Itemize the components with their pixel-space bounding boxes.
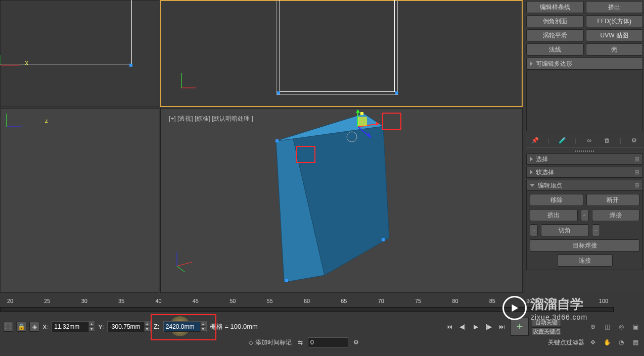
nav-icon[interactable]: ✥: [587, 337, 599, 348]
time-config-icon[interactable]: ⚙: [350, 337, 361, 348]
nav-zoom-icon[interactable]: ◫: [602, 321, 613, 332]
vertex-connect-button[interactable]: 连接: [557, 255, 613, 267]
svg-marker-13: [356, 110, 360, 113]
make-unique-icon[interactable]: ∞: [584, 135, 594, 145]
svg-marker-15: [367, 133, 371, 138]
axis-gizmo-icon: [178, 71, 199, 91]
rollout-title: 选择: [536, 155, 548, 164]
current-frame-input[interactable]: [308, 337, 348, 347]
configure-sets-icon[interactable]: ⚙: [629, 135, 639, 145]
svg-rect-16: [358, 117, 367, 126]
modifier-stack-current[interactable]: 可编辑多边形: [526, 58, 643, 70]
nav-icon[interactable]: ▦: [630, 337, 641, 348]
prev-frame-icon[interactable]: ◀|: [457, 321, 468, 332]
auto-key-button[interactable]: 自动关键: [532, 318, 561, 326]
rollout-expand-icon: ⊞: [634, 156, 639, 163]
play-icon[interactable]: ▶: [470, 321, 481, 332]
command-panel: 编辑样条线 挤出 倒角剖面 FFD(长方体) 涡轮平滑 UVW 贴图 法线 壳 …: [525, 0, 644, 293]
spin-down-icon: ▼: [88, 327, 95, 332]
add-time-tag[interactable]: ◇添加时间标记: [249, 338, 292, 347]
axis-gizmo-icon: [1, 55, 21, 75]
rollout-title: 编辑顶点: [538, 181, 562, 190]
axis-gizmo-icon: [170, 249, 195, 274]
track-bar[interactable]: [0, 307, 614, 312]
x-spinner[interactable]: ▲▼: [52, 321, 95, 332]
set-key-button[interactable]: +: [511, 318, 529, 336]
vertex-extrude-settings[interactable]: ▫: [581, 209, 589, 221]
triangle-right-icon: [530, 170, 533, 175]
triangle-right-icon: [530, 61, 533, 66]
grid-label: 栅格 = 100.0mm: [210, 322, 258, 331]
tag-icon: ◇: [249, 339, 253, 346]
vertex-target-weld-button[interactable]: 目标焊接: [530, 239, 639, 251]
nav-orbit-icon[interactable]: ◎: [616, 321, 627, 332]
show-end-result-icon[interactable]: 🧪: [557, 135, 567, 145]
vertex-remove-button[interactable]: 移除: [530, 194, 583, 206]
vertex-weld-settings[interactable]: ▫: [530, 224, 538, 236]
modifier-turbosmooth[interactable]: 涡轮平滑: [526, 29, 584, 41]
spin-down-icon: ▼: [144, 327, 150, 332]
modifier-ffd-box[interactable]: FFD(长方体): [586, 15, 643, 27]
spin-up-icon: ▲: [144, 322, 150, 327]
viewport-top-left[interactable]: X: [0, 0, 159, 107]
goto-end-icon[interactable]: ⏭: [496, 321, 508, 332]
box-3d-icon: [161, 109, 522, 292]
vertex-extrude-button[interactable]: 挤出: [530, 209, 578, 221]
modifier-shell[interactable]: 壳: [586, 43, 643, 56]
axis-gizmo-icon: [2, 114, 22, 134]
nav-max-icon[interactable]: ▣: [630, 321, 641, 332]
next-frame-icon[interactable]: |▶: [483, 321, 494, 332]
stack-current-label: 可编辑多边形: [536, 60, 572, 68]
svg-marker-11: [376, 122, 379, 126]
modifier-bevel-profile[interactable]: 倒角剖面: [526, 15, 584, 27]
selection-mark-icon: [382, 113, 401, 130]
timeline[interactable]: 2025 3035 4045 5055 6065 7075 8085 9095 …: [0, 298, 644, 318]
viewport-top-right[interactable]: [160, 0, 523, 107]
modifier-uvw-map[interactable]: UVW 贴图: [586, 29, 643, 41]
absolute-mode-icon[interactable]: ◈: [29, 322, 39, 332]
remove-modifier-icon[interactable]: 🗑: [602, 135, 612, 145]
spin-up-icon: ▲: [88, 322, 95, 327]
triangle-down-icon: [530, 184, 535, 187]
modifier-edit-spline[interactable]: 编辑样条线: [526, 1, 584, 13]
key-mode-toggle-icon[interactable]: ⇆: [295, 337, 306, 348]
y-spinner[interactable]: ▲▼: [107, 321, 151, 332]
nav-icon[interactable]: ✋: [602, 337, 613, 348]
z-label: Z:: [154, 323, 160, 330]
rollout-title: 软选择: [536, 168, 554, 177]
rollout-expand-icon: ⊞: [634, 169, 639, 176]
viewport-perspective[interactable]: [+] [透视] [标准] [默认明暗处理 ]: [160, 108, 523, 293]
rollout-expand-icon: ⊞: [634, 182, 639, 189]
rollout-edit-vertices[interactable]: 编辑顶点 ⊞: [526, 180, 643, 191]
vertex-chamfer-button[interactable]: 切角: [541, 224, 589, 236]
key-filter-label[interactable]: 关键点过滤器: [548, 338, 584, 347]
rollout-selection[interactable]: 选择 ⊞: [526, 154, 643, 165]
pin-stack-icon[interactable]: 📌: [530, 135, 540, 145]
rollout-soft-selection[interactable]: 软选择 ⊞: [526, 167, 643, 178]
spin-up-icon: ▲: [200, 322, 206, 327]
y-label: Y:: [98, 323, 104, 331]
x-label: X:: [42, 323, 49, 331]
vertex-weld-button[interactable]: 焊接: [592, 209, 640, 221]
nav-icon[interactable]: ◔: [616, 337, 627, 348]
vertex-chamfer-settings[interactable]: ▫: [592, 224, 600, 236]
svg-line-19: [177, 266, 185, 272]
triangle-right-icon: [530, 157, 533, 162]
selection-lock-icon[interactable]: ⛶: [3, 322, 13, 332]
nav-pan-icon[interactable]: ⊕: [587, 321, 599, 332]
svg-line-17: [177, 262, 192, 266]
modifier-extrude[interactable]: 挤出: [586, 1, 643, 13]
modifier-normal[interactable]: 法线: [526, 43, 584, 56]
viewport-bottom-left[interactable]: z: [0, 108, 159, 293]
vertex-break-button[interactable]: 断开: [586, 194, 640, 206]
lock-icon[interactable]: 🔒: [16, 322, 26, 332]
z-spinner[interactable]: ▲▼: [163, 321, 207, 332]
modifier-stack-list[interactable]: [526, 71, 643, 131]
spin-down-icon: ▼: [200, 327, 206, 332]
selection-mark-icon: [296, 146, 315, 163]
set-key-mode-button[interactable]: 设置关键点: [532, 327, 561, 335]
timeline-ticks: 2025 3035 4045 5055 6065 7075 8085 9095 …: [0, 298, 614, 307]
panel-divider[interactable]: [525, 149, 644, 152]
goto-start-icon[interactable]: ⏮: [444, 321, 455, 332]
